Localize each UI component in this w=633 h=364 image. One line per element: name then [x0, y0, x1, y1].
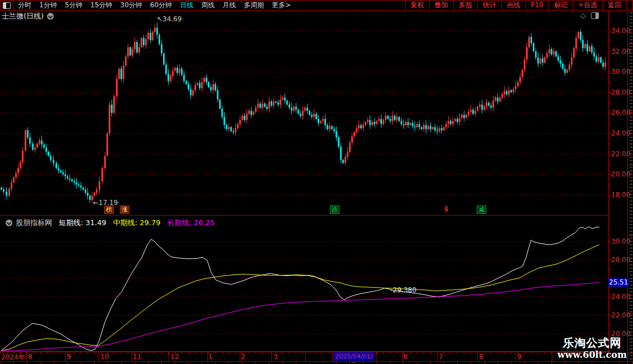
long-line-label: 长期线: [167, 218, 192, 227]
y-axis-label: 22.00 [611, 311, 631, 319]
mid-line-label: 中期线: [113, 218, 137, 227]
y-axis-label: 32.00 [611, 48, 631, 55]
indicator-annotation: -29.380 [390, 286, 416, 294]
bottom-toolbar-strip [0, 361, 633, 364]
event-badge-榜: 榜 [104, 206, 114, 214]
indicator-header: 股朋指标网 短期线: 31.49 中期线: 29.79 长期线: 26.25 [2, 218, 215, 228]
x-axis-label: 8 [28, 353, 32, 361]
event-badge-跌: 跌 [330, 206, 339, 214]
app-window: 分时1分钟5分钟15分钟30分钟60分钟日线周线月线多周期更多> 复权叠加多股统… [0, 0, 633, 364]
window-icon [3, 2, 11, 9]
selected-date-badge: 2025/04/01/二 [333, 352, 374, 361]
menu-item-画线[interactable]: 画线 [501, 1, 525, 10]
frame-lines [0, 10, 612, 361]
strip-separator [628, 44, 633, 44]
menu-item-月线[interactable]: 月线 [222, 1, 236, 10]
chart-canvas[interactable] [0, 0, 633, 364]
menu-item-分时[interactable]: 分时 [18, 1, 31, 10]
month-separator [332, 352, 333, 361]
month-separator [132, 352, 132, 361]
menu-item-+自选[interactable]: +自选 [573, 1, 602, 10]
menu-item-多周期[interactable]: 多周期 [244, 1, 264, 10]
menu-item-1分钟[interactable]: 1分钟 [39, 1, 57, 10]
x-axis-label: 6 [403, 353, 408, 361]
tool-strip-marks [630, 12, 632, 360]
chart-title-row[interactable]: 士兰微(日线) [2, 11, 54, 21]
period-menu: 分时1分钟5分钟15分钟30分钟60分钟日线周线月线多周期更多> [18, 1, 299, 10]
menu-item-60分钟[interactable]: 60分钟 [150, 1, 172, 10]
y-axis-label: 34.00 [611, 27, 631, 35]
menu-item-30分钟[interactable]: 30分钟 [120, 1, 142, 10]
menu-item-叠加[interactable]: 叠加 [429, 1, 453, 10]
corner-icons: ◇ [580, 12, 599, 19]
menubar: 分时1分钟5分钟15分钟30分钟60分钟日线周线月线多周期更多> 复权叠加多股统… [0, 0, 633, 11]
x-axis-label: 11 [133, 353, 141, 361]
menu-item-更多>[interactable]: 更多> [272, 1, 291, 10]
x-axis-label: 9 [517, 353, 522, 361]
high-price-label: ↖34.69 [157, 15, 181, 23]
menu-item-标记[interactable]: 标记 [548, 1, 573, 10]
y-axis-label: 18.00 [611, 191, 631, 199]
y-axis-label: 22.00 [611, 150, 631, 158]
menu-item-15分钟[interactable]: 15分钟 [90, 1, 112, 10]
y-axis-label: 28.00 [611, 256, 631, 264]
series-中期线 [1, 245, 599, 351]
page-title: 士兰微(日线) [2, 11, 44, 21]
mid-line-value: 29.79 [139, 218, 160, 227]
menu-item-返回[interactable]: 返回 [602, 1, 627, 10]
menu-item-日线[interactable]: 日线 [180, 1, 193, 10]
month-separator [515, 352, 516, 361]
y-axis-label: 26.00 [611, 109, 631, 116]
x-axis-label: 8 [479, 353, 483, 361]
candles [1, 23, 606, 203]
short-line-label: 短期线: [59, 218, 83, 227]
y-axis-label: 24.00 [611, 293, 631, 301]
collapse-icon[interactable] [6, 220, 12, 226]
y-axis-label: 20.00 [611, 170, 631, 178]
y-axis-label: 30.00 [611, 237, 631, 245]
panel-toggle-icon[interactable] [591, 12, 599, 19]
event-badge-减: 减 [477, 206, 486, 214]
indicator-source: 股朋指标网 [16, 218, 52, 228]
x-axis-label: 7 [439, 353, 443, 361]
month-separator [99, 352, 99, 361]
strip-separator [628, 235, 633, 236]
y-axis-label: 24.00 [611, 129, 631, 137]
tools-menu: 复权叠加多股统计画线F10标记+自选返回 [405, 1, 627, 10]
month-separator [437, 352, 437, 361]
event-badge-ŝ: ŝ [442, 206, 450, 213]
strip-separator [628, 165, 633, 166]
menu-item-周线[interactable]: 周线 [201, 1, 215, 10]
watermark-name: 乐淘公式网 [552, 336, 632, 349]
month-separator [305, 352, 306, 361]
series-短期线 [1, 227, 599, 351]
month-separator [65, 352, 66, 361]
month-separator [477, 352, 478, 361]
x-axis-label: 9 [67, 353, 71, 361]
x-axis-label: 10 [100, 353, 109, 361]
month-separator [376, 352, 376, 361]
menu-item-多股[interactable]: 多股 [453, 1, 477, 10]
axis-value-badge: 25.51 [608, 278, 629, 287]
watermark: 乐淘公式网 www.60lt.com [552, 336, 632, 360]
chevron-down-icon[interactable] [47, 13, 54, 20]
menu-item-F10[interactable]: F10 [525, 1, 548, 10]
window-button[interactable] [1, 1, 13, 10]
menu-item-5分钟[interactable]: 5分钟 [65, 1, 83, 10]
month-separator [402, 352, 403, 361]
x-axis-label: 2 [241, 353, 245, 361]
diamond-icon[interactable]: ◇ [580, 12, 586, 19]
x-axis-label: 3 [273, 353, 278, 361]
month-separator [26, 352, 27, 361]
indicator-lines [1, 227, 599, 351]
short-line-value: 31.49 [86, 218, 106, 227]
menu-item-统计[interactable]: 统计 [477, 1, 501, 10]
gridlines [0, 31, 608, 334]
month-separator [169, 352, 169, 361]
x-axis-label: 12 [170, 353, 179, 361]
y-axis-label: 30.00 [611, 68, 631, 76]
x-axis: 2024年891011121236789 2025/04/01/二 [0, 352, 609, 361]
y-axis-label: 28.00 [611, 88, 631, 96]
x-axis-label: 1 [208, 353, 213, 361]
menu-item-复权[interactable]: 复权 [405, 1, 429, 10]
